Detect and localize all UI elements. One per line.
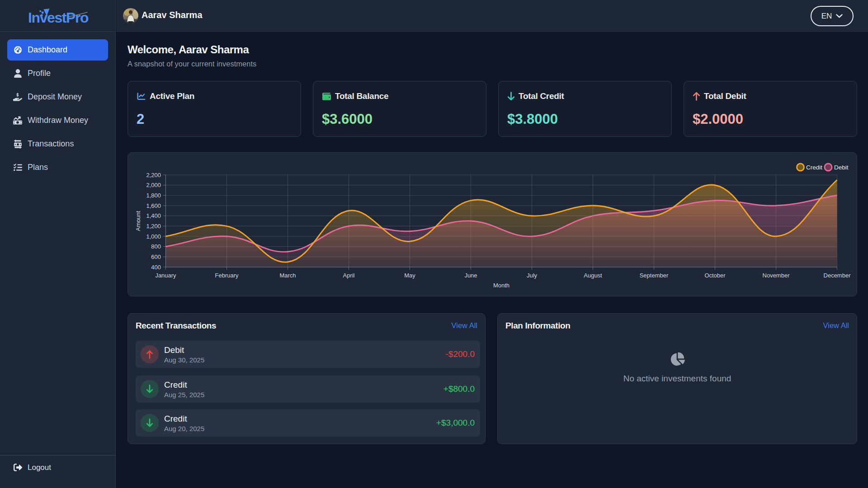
svg-text:800: 800 (151, 243, 161, 250)
svg-text:August: August (584, 272, 602, 279)
svg-text:600: 600 (151, 253, 161, 260)
svg-text:October: October (704, 272, 726, 279)
svg-text:Debit: Debit (834, 164, 849, 171)
svg-text:Month: Month (493, 282, 509, 289)
svg-text:May: May (404, 272, 415, 279)
svg-text:Amount: Amount (135, 211, 142, 231)
svg-text:1,400: 1,400 (146, 212, 161, 219)
svg-text:2,200: 2,200 (146, 172, 161, 178)
svg-text:400: 400 (151, 264, 161, 271)
svg-text:1,800: 1,800 (146, 192, 161, 199)
svg-text:1,200: 1,200 (146, 223, 161, 230)
svg-text:December: December (824, 272, 851, 279)
svg-text:January: January (155, 272, 176, 279)
svg-text:April: April (343, 272, 354, 279)
svg-text:February: February (215, 272, 239, 279)
svg-text:March: March (279, 272, 296, 279)
svg-text:Credit: Credit (806, 164, 822, 171)
svg-text:November: November (763, 272, 790, 279)
svg-text:2,000: 2,000 (146, 182, 161, 188)
svg-text:1,600: 1,600 (146, 202, 161, 209)
svg-text:July: July (527, 272, 538, 279)
svg-text:September: September (640, 272, 669, 279)
svg-text:June: June (464, 272, 477, 279)
svg-text:1,000: 1,000 (146, 233, 161, 240)
